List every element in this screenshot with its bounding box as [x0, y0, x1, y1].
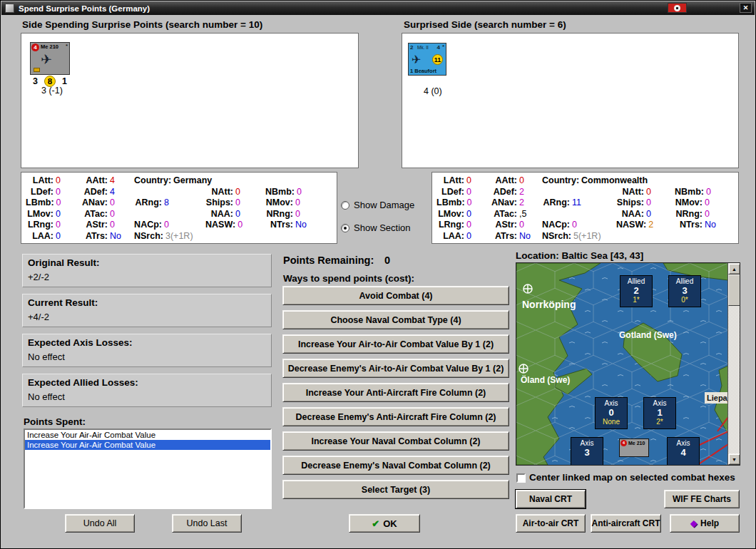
center-map-checkbox-label: Center linked map on selected combat hex… [529, 472, 740, 483]
combat-map[interactable]: Norrköping Gotland (Swe) Öland (Swe) Lie… [516, 262, 740, 466]
surprised-unit-panel: 2 Mk. II 4 * 11 ✈ 1 Beaufort 4 (0) [402, 33, 739, 168]
spend-surprise-points-window: Spend Surprise Points (Germany) ✕ Side S… [0, 0, 756, 549]
wif-fe-charts-button[interactable]: WIF FE Charts [664, 490, 740, 508]
map-stack-allied-1[interactable]: Allied21* [620, 275, 653, 307]
stat-cell [616, 231, 675, 242]
spend-option-button[interactable]: Increase Your Naval Combat Column (2) [282, 431, 509, 451]
stat-cell: Country:Germany [134, 175, 205, 187]
spend-option-button[interactable]: Select Target (3) [282, 480, 509, 499]
stat-cell: NAtt:0 [205, 187, 265, 198]
result-value: +4/-2 [28, 312, 266, 322]
stat-cell: NAtt:0 [616, 187, 675, 198]
result-box: Original Result: +2/-2 [22, 254, 272, 287]
radio-option[interactable]: Show Damage [341, 200, 414, 210]
result-box: Expected Allied Losses: No effect [22, 374, 272, 407]
stat-cell: ATac:,5 [489, 209, 542, 220]
stat-cell: NAA:0 [205, 209, 265, 220]
scroll-up-button[interactable]: ▲ [728, 263, 740, 274]
undo-all-button[interactable]: Undo All [65, 514, 135, 533]
scroll-down-button[interactable]: ▼ [728, 453, 740, 465]
result-value: +2/-2 [28, 272, 266, 282]
counter-result-label: 3 (-1) [41, 86, 63, 96]
spend-option-button[interactable]: Decrease Enemy's Air-to-Air Combat Value… [282, 359, 509, 378]
spending-unit-panel: 4 Me 210 * ✈ 3 8 1 3 (-1) [21, 33, 359, 168]
commonwealth-unit-counter[interactable]: 2 Mk. II 4 * 11 ✈ 1 Beaufort [408, 43, 446, 76]
stat-cell [205, 175, 265, 187]
close-button[interactable]: ✕ [740, 3, 752, 13]
map-stack-axis-2[interactable]: Axis12* [643, 397, 676, 429]
window-title: Spend Surprise Points (Germany) [19, 4, 751, 13]
spend-option-button[interactable]: Increase Your Anti-Aircraft Fire Column … [282, 383, 509, 402]
stat-cell: AStr:0 [489, 220, 542, 231]
spend-option-button[interactable]: Increase Your Air-to-Air Combat Value By… [282, 334, 509, 354]
stat-cell: LDef:0 [436, 187, 489, 198]
stat-cell: LAA:0 [26, 231, 80, 242]
result-title: Current Result: [28, 297, 266, 308]
map-label-liepaja: Liepaj [707, 394, 728, 402]
stat-cell [616, 175, 675, 187]
stat-cell: ADef:2 [489, 187, 542, 198]
spend-option-button[interactable]: Choose Naval Combat Type (4) [282, 310, 509, 329]
map-stack-axis-1[interactable]: Axis0None [595, 397, 628, 429]
aircraft-icon: ✈ [412, 53, 421, 66]
spend-option-button[interactable]: Decrease Enemy's Naval Combat Column (2) [282, 456, 509, 475]
radio-option[interactable]: Show Section [341, 222, 414, 233]
points-spent-item[interactable]: Increase Your Air-Air Combat Value [25, 440, 270, 450]
air-to-air-crt-button[interactable]: Air-to-air CRT [516, 514, 586, 533]
stat-cell: NMov:0 [675, 197, 736, 209]
map-stack-axis-4[interactable]: Axis4 [667, 437, 700, 466]
stat-cell: NSrch:3(+1R) [134, 231, 205, 242]
stat-cell [542, 209, 616, 220]
counter-chip [34, 68, 40, 72]
ok-button[interactable]: ✔ OK [349, 514, 420, 533]
stat-cell [205, 231, 265, 242]
stat-cell: NTrs:No [675, 220, 736, 231]
spend-option-button[interactable]: Avoid Combat (4) [282, 286, 509, 305]
stat-cell: ARng:11 [542, 197, 616, 209]
stat-cell: NASW:0 [205, 220, 265, 231]
stat-cell: NRng:0 [675, 209, 736, 220]
stat-cell: NBmb:0 [675, 187, 736, 198]
undo-last-button[interactable]: Undo Last [172, 514, 242, 533]
titlebar[interactable]: Spend Surprise Points (Germany) [1, 1, 755, 15]
spend-option-button[interactable]: Decrease Enemy's Anti-Aircraft Fire Colu… [282, 407, 509, 426]
result-title: Expected Allied Losses: [28, 377, 266, 388]
counter-top-left: 2 [410, 44, 413, 51]
help-button[interactable]: ◆ Help [670, 514, 740, 533]
stat-cell: ARng:8 [134, 197, 205, 209]
counter-bottom-name: 1 Beaufort [410, 68, 436, 74]
map-stack-axis-3[interactable]: Axis3 [571, 437, 603, 466]
stat-cell: NASW:2 [616, 220, 675, 231]
points-spent-item[interactable]: Increase Your Air-Air Combat Value [25, 430, 270, 440]
stat-cell: Ships:0 [205, 197, 265, 209]
map-stack-allied-2[interactable]: Allied30* [668, 275, 701, 307]
stat-cell [134, 209, 205, 220]
spending-stats-panel: LAtt:0 AAtt:4 Country:Germany LDef:0 ADe… [21, 172, 337, 244]
german-unit-counter[interactable]: 4 Me 210 * ✈ [30, 42, 70, 75]
naval-crt-button[interactable]: Naval CRT [516, 490, 586, 508]
result-value: No effect [28, 352, 266, 362]
location-heading: Location: Baltic Sea [43, 43] [516, 250, 643, 261]
stat-cell: AAtt:0 [489, 175, 542, 187]
stat-cell: LRng:0 [26, 220, 80, 231]
stat-cell: ATrs:No [489, 231, 542, 242]
counter-name: Me 210 [41, 43, 58, 50]
stat-cell: NTrs:No [265, 220, 327, 231]
center-map-checkbox[interactable] [516, 473, 526, 483]
stat-cell: ATrs:No [80, 231, 134, 242]
stat-cell [265, 231, 327, 242]
stat-cell: ADef:4 [80, 187, 134, 198]
scrollbar-thumb[interactable] [728, 274, 740, 306]
counter-yellow-badge: 11 [432, 54, 443, 65]
factor-right: 1 [62, 76, 67, 86]
anti-aircraft-crt-button[interactable]: Anti-aircraft CRT [591, 514, 661, 533]
stat-cell [675, 231, 736, 242]
map-vertical-scrollbar[interactable]: ▲ ▼ [727, 263, 740, 465]
stat-cell: AAtt:4 [80, 175, 134, 187]
points-spent-title: Points Spent: [24, 416, 86, 427]
points-spent-listbox[interactable]: Increase Your Air-Air Combat Value Incre… [24, 429, 272, 509]
map-unit-counter[interactable]: 4 Me 210 [619, 438, 649, 457]
stat-cell: LDef:0 [26, 187, 80, 198]
stat-cell: NAA:0 [616, 209, 675, 220]
help-gem-icon: ◆ [690, 518, 697, 528]
